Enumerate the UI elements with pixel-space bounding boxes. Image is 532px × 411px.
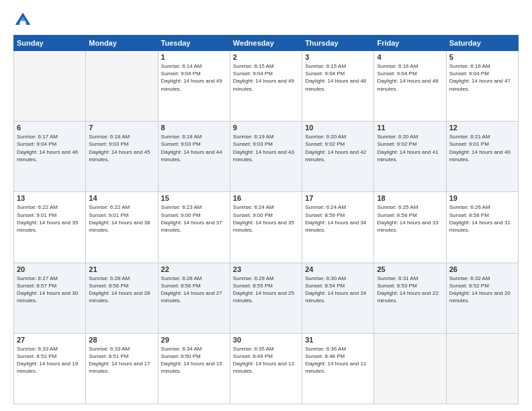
day-number: 14 [89, 194, 154, 202]
day-info: Sunrise: 6:22 AM Sunset: 9:01 PM Dayligh… [17, 203, 83, 234]
calendar-cell: 11Sunrise: 6:20 AM Sunset: 9:02 PM Dayli… [374, 122, 446, 192]
calendar-cell: 29Sunrise: 6:34 AM Sunset: 8:50 PM Dayli… [158, 333, 230, 404]
calendar-cell: 12Sunrise: 6:21 AM Sunset: 9:01 PM Dayli… [446, 122, 518, 192]
calendar-week-row: 20Sunrise: 6:27 AM Sunset: 8:57 PM Dayli… [14, 263, 519, 333]
calendar-cell: 2Sunrise: 6:15 AM Sunset: 9:04 PM Daylig… [230, 51, 302, 122]
day-number: 20 [17, 265, 83, 273]
day-number: 9 [233, 124, 299, 132]
day-info: Sunrise: 6:23 AM Sunset: 9:00 PM Dayligh… [161, 203, 227, 234]
day-number: 23 [233, 265, 299, 273]
calendar-cell: 1Sunrise: 6:14 AM Sunset: 9:04 PM Daylig… [158, 51, 230, 122]
day-number: 27 [17, 336, 83, 344]
day-number: 15 [161, 194, 227, 202]
weekday-header: Friday [374, 36, 446, 51]
day-number: 22 [161, 265, 227, 273]
calendar-cell: 19Sunrise: 6:26 AM Sunset: 8:58 PM Dayli… [446, 192, 518, 263]
day-info: Sunrise: 6:17 AM Sunset: 9:04 PM Dayligh… [17, 133, 83, 163]
day-number: 6 [17, 124, 83, 132]
calendar-cell: 21Sunrise: 6:28 AM Sunset: 8:56 PM Dayli… [86, 263, 158, 333]
calendar-cell: 17Sunrise: 6:24 AM Sunset: 8:59 PM Dayli… [302, 192, 374, 263]
day-info: Sunrise: 6:28 AM Sunset: 8:56 PM Dayligh… [89, 275, 154, 305]
weekday-header: Monday [86, 36, 158, 51]
calendar-cell: 15Sunrise: 6:23 AM Sunset: 9:00 PM Dayli… [158, 192, 230, 263]
calendar-cell: 18Sunrise: 6:25 AM Sunset: 8:58 PM Dayli… [374, 192, 446, 263]
day-info: Sunrise: 6:20 AM Sunset: 9:02 PM Dayligh… [305, 133, 371, 163]
day-info: Sunrise: 6:29 AM Sunset: 8:55 PM Dayligh… [233, 275, 299, 305]
calendar-cell: 9Sunrise: 6:19 AM Sunset: 9:03 PM Daylig… [230, 122, 302, 192]
day-info: Sunrise: 6:22 AM Sunset: 9:01 PM Dayligh… [89, 203, 154, 234]
day-info: Sunrise: 6:32 AM Sunset: 8:52 PM Dayligh… [449, 275, 515, 305]
calendar-cell [14, 51, 86, 122]
day-number: 2 [233, 53, 299, 61]
day-number: 29 [161, 336, 227, 344]
logo [13, 11, 35, 30]
calendar-cell: 31Sunrise: 6:36 AM Sunset: 8:48 PM Dayli… [302, 333, 374, 404]
day-info: Sunrise: 6:33 AM Sunset: 8:51 PM Dayligh… [89, 345, 154, 375]
calendar-week-row: 1Sunrise: 6:14 AM Sunset: 9:04 PM Daylig… [14, 51, 519, 122]
day-number: 1 [161, 53, 227, 61]
weekday-header: Thursday [302, 36, 374, 51]
day-info: Sunrise: 6:24 AM Sunset: 8:59 PM Dayligh… [305, 203, 371, 234]
day-number: 31 [305, 336, 371, 344]
calendar-cell: 23Sunrise: 6:29 AM Sunset: 8:55 PM Dayli… [230, 263, 302, 333]
page: SundayMondayTuesdayWednesdayThursdayFrid… [0, 0, 532, 411]
day-info: Sunrise: 6:18 AM Sunset: 9:03 PM Dayligh… [89, 133, 154, 163]
day-info: Sunrise: 6:33 AM Sunset: 8:52 PM Dayligh… [17, 345, 83, 375]
weekday-header-row: SundayMondayTuesdayWednesdayThursdayFrid… [14, 36, 519, 51]
weekday-header: Tuesday [158, 36, 230, 51]
calendar-cell: 6Sunrise: 6:17 AM Sunset: 9:04 PM Daylig… [14, 122, 86, 192]
day-info: Sunrise: 6:34 AM Sunset: 8:50 PM Dayligh… [161, 345, 227, 375]
header [13, 11, 519, 30]
day-info: Sunrise: 6:16 AM Sunset: 9:04 PM Dayligh… [377, 62, 443, 93]
weekday-header: Saturday [446, 36, 518, 51]
day-info: Sunrise: 6:27 AM Sunset: 8:57 PM Dayligh… [17, 275, 83, 305]
calendar-cell: 8Sunrise: 6:18 AM Sunset: 9:03 PM Daylig… [158, 122, 230, 192]
day-number: 4 [377, 53, 443, 61]
calendar-cell: 5Sunrise: 6:16 AM Sunset: 9:04 PM Daylig… [446, 51, 518, 122]
day-info: Sunrise: 6:20 AM Sunset: 9:02 PM Dayligh… [377, 133, 443, 163]
day-info: Sunrise: 6:21 AM Sunset: 9:01 PM Dayligh… [449, 133, 515, 163]
day-number: 17 [305, 194, 371, 202]
calendar-cell: 14Sunrise: 6:22 AM Sunset: 9:01 PM Dayli… [86, 192, 158, 263]
day-number: 11 [377, 124, 443, 132]
calendar-cell: 22Sunrise: 6:28 AM Sunset: 8:56 PM Dayli… [158, 263, 230, 333]
day-info: Sunrise: 6:19 AM Sunset: 9:03 PM Dayligh… [233, 133, 299, 163]
day-info: Sunrise: 6:25 AM Sunset: 8:58 PM Dayligh… [377, 203, 443, 234]
day-number: 26 [449, 265, 515, 273]
day-info: Sunrise: 6:26 AM Sunset: 8:58 PM Dayligh… [449, 203, 515, 234]
day-number: 19 [449, 194, 515, 202]
calendar-cell: 24Sunrise: 6:30 AM Sunset: 8:54 PM Dayli… [302, 263, 374, 333]
weekday-header: Sunday [14, 36, 86, 51]
day-number: 3 [305, 53, 371, 61]
calendar-cell: 27Sunrise: 6:33 AM Sunset: 8:52 PM Dayli… [14, 333, 86, 404]
day-info: Sunrise: 6:15 AM Sunset: 9:04 PM Dayligh… [305, 62, 371, 93]
calendar-table: SundayMondayTuesdayWednesdayThursdayFrid… [13, 35, 519, 404]
calendar-cell [446, 333, 518, 404]
logo-icon [13, 11, 32, 30]
weekday-header: Wednesday [230, 36, 302, 51]
day-info: Sunrise: 6:30 AM Sunset: 8:54 PM Dayligh… [305, 275, 371, 305]
calendar-cell: 16Sunrise: 6:24 AM Sunset: 9:00 PM Dayli… [230, 192, 302, 263]
calendar-week-row: 6Sunrise: 6:17 AM Sunset: 9:04 PM Daylig… [14, 122, 519, 192]
calendar-week-row: 27Sunrise: 6:33 AM Sunset: 8:52 PM Dayli… [14, 333, 519, 404]
calendar-cell: 3Sunrise: 6:15 AM Sunset: 9:04 PM Daylig… [302, 51, 374, 122]
calendar-cell [374, 333, 446, 404]
calendar-cell: 20Sunrise: 6:27 AM Sunset: 8:57 PM Dayli… [14, 263, 86, 333]
calendar-cell: 26Sunrise: 6:32 AM Sunset: 8:52 PM Dayli… [446, 263, 518, 333]
day-number: 21 [89, 265, 154, 273]
day-info: Sunrise: 6:15 AM Sunset: 9:04 PM Dayligh… [233, 62, 299, 93]
day-number: 7 [89, 124, 154, 132]
day-number: 5 [449, 53, 515, 61]
day-info: Sunrise: 6:24 AM Sunset: 9:00 PM Dayligh… [233, 203, 299, 234]
day-info: Sunrise: 6:16 AM Sunset: 9:04 PM Dayligh… [449, 62, 515, 93]
day-number: 13 [17, 194, 83, 202]
day-number: 25 [377, 265, 443, 273]
day-number: 24 [305, 265, 371, 273]
day-info: Sunrise: 6:31 AM Sunset: 8:53 PM Dayligh… [377, 275, 443, 305]
calendar-cell: 4Sunrise: 6:16 AM Sunset: 9:04 PM Daylig… [374, 51, 446, 122]
calendar-cell [86, 51, 158, 122]
calendar-cell: 10Sunrise: 6:20 AM Sunset: 9:02 PM Dayli… [302, 122, 374, 192]
day-number: 10 [305, 124, 371, 132]
calendar-week-row: 13Sunrise: 6:22 AM Sunset: 9:01 PM Dayli… [14, 192, 519, 263]
calendar-cell: 30Sunrise: 6:35 AM Sunset: 8:49 PM Dayli… [230, 333, 302, 404]
